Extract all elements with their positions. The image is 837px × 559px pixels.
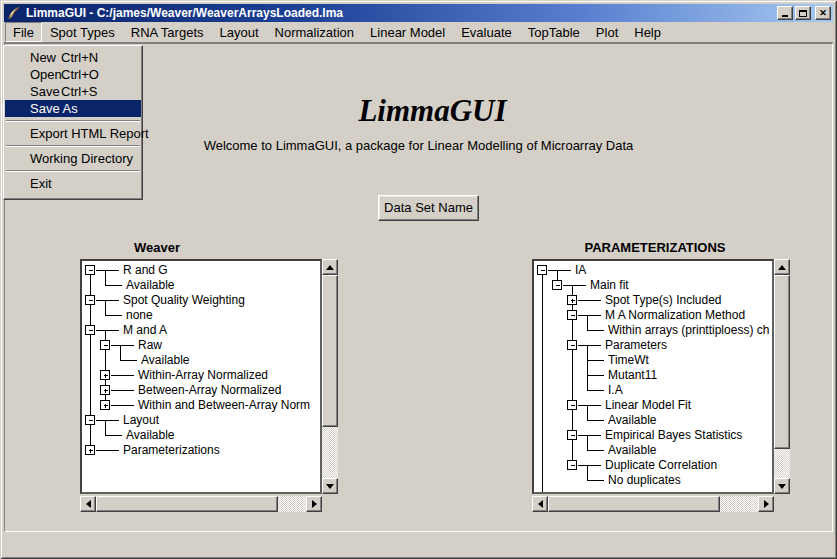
file-menu-item-exit[interactable]: Exit: [5, 175, 141, 192]
window-title: LimmaGUI - C:/james/Weaver/WeaverArraysL…: [26, 4, 775, 22]
menubar-item-help[interactable]: Help: [626, 22, 669, 42]
menu-item-label: New: [30, 50, 56, 65]
file-menu-popup: NewCtrl+NOpenCtrl+OSaveCtrl+SSave AsExpo…: [3, 45, 143, 200]
scroll-up-button[interactable]: [774, 259, 790, 275]
tree-node-label[interactable]: Main fit: [590, 278, 629, 292]
menu-item-label: Open: [30, 67, 62, 82]
left-tree-view: R and GAvailableSpot Quality Weightingno…: [80, 259, 322, 494]
tree-node-label[interactable]: Parameters: [605, 338, 667, 352]
application-window: LimmaGUI - C:/james/Weaver/WeaverArraysL…: [0, 0, 837, 559]
menu-separator: [6, 120, 140, 122]
tk-feather-icon: [6, 6, 22, 21]
menubar-item-rna-targets[interactable]: RNA Targets: [123, 22, 212, 42]
arrow-down-icon: [778, 484, 786, 489]
tree-node-label[interactable]: Spot Type(s) Included: [605, 293, 722, 307]
menubar-item-linear-model[interactable]: Linear Model: [362, 22, 453, 42]
tree-node-label[interactable]: Spot Quality Weighting: [123, 293, 245, 307]
menubar-item-layout[interactable]: Layout: [212, 22, 267, 42]
horizontal-scroll-thumb[interactable]: [96, 496, 278, 512]
menu-item-label: Working Directory: [30, 151, 133, 166]
file-menu-item-save[interactable]: SaveCtrl+S: [5, 83, 141, 100]
scroll-down-button[interactable]: [774, 478, 790, 494]
tree-node-label[interactable]: TimeWt: [608, 353, 650, 367]
file-menu-item-working-directory[interactable]: Working Directory: [5, 150, 141, 167]
right-tree-title: PARAMETERIZATIONS: [532, 240, 778, 255]
menubar-item-plot[interactable]: Plot: [588, 22, 626, 42]
maximize-button[interactable]: [795, 6, 811, 20]
menu-item-label: Save As: [30, 101, 78, 116]
right-tree-horizontal-scrollbar[interactable]: [532, 496, 774, 512]
tree-node-label[interactable]: Mutant11: [608, 368, 657, 382]
arrow-up-icon: [778, 265, 786, 270]
arrow-left-icon: [538, 500, 543, 508]
tree-node-label[interactable]: R and G: [123, 263, 168, 277]
tree-node-label[interactable]: M A Normalization Method: [605, 308, 745, 322]
menubar-item-normalization[interactable]: Normalization: [267, 22, 362, 42]
menu-item-label: Export HTML Report: [30, 126, 149, 141]
arrow-right-icon: [312, 500, 317, 508]
arrow-down-icon: [326, 484, 334, 489]
close-button[interactable]: ✕: [815, 6, 831, 20]
tree-node-label[interactable]: Raw: [138, 338, 162, 352]
tree-node-label[interactable]: I.A: [608, 383, 623, 397]
scroll-left-button[interactable]: [80, 496, 96, 512]
left-tree-vertical-scrollbar[interactable]: [322, 259, 338, 494]
right-tree-vertical-scrollbar[interactable]: [774, 259, 790, 494]
file-menu-item-open[interactable]: OpenCtrl+O: [5, 66, 141, 83]
horizontal-scroll-thumb[interactable]: [548, 496, 720, 512]
scroll-left-button[interactable]: [532, 496, 548, 512]
menubar-item-file[interactable]: File: [5, 22, 42, 42]
minimize-button[interactable]: [777, 6, 793, 20]
left-tree-title: Weaver: [97, 240, 217, 255]
file-menu-item-save-as[interactable]: Save As: [5, 100, 141, 117]
left-tree-panel: R and GAvailableSpot Quality Weightingno…: [80, 259, 338, 510]
tree-node-label[interactable]: Linear Model Fit: [605, 398, 692, 412]
arrow-left-icon: [86, 500, 91, 508]
tree-node-label[interactable]: Layout: [123, 413, 160, 427]
menu-item-accelerator: Ctrl+S: [61, 83, 97, 100]
left-tree-horizontal-scrollbar[interactable]: [80, 496, 322, 512]
menu-separator: [6, 170, 140, 172]
menu-item-accelerator: Ctrl+N: [61, 49, 98, 66]
tree-node-label[interactable]: Available: [608, 413, 657, 427]
tree-node-label[interactable]: Available: [141, 353, 190, 367]
menu-bar: FileSpot TypesRNA TargetsLayoutNormaliza…: [4, 22, 833, 43]
vertical-scroll-thumb[interactable]: [322, 275, 338, 427]
tree-node-label[interactable]: M and A: [123, 323, 167, 337]
file-menu-item-export-html-report[interactable]: Export HTML Report: [5, 125, 141, 142]
arrow-right-icon: [764, 500, 769, 508]
maximize-icon: [799, 10, 807, 17]
tree-node-label[interactable]: Within arrays (printtiploess) ch: [608, 323, 769, 337]
scroll-up-button[interactable]: [322, 259, 338, 275]
tree-node-label[interactable]: Available: [126, 278, 175, 292]
tree-node-label[interactable]: none: [126, 308, 153, 322]
menu-item-label: Save: [30, 84, 60, 99]
title-bar: LimmaGUI - C:/james/Weaver/WeaverArraysL…: [4, 4, 833, 22]
vertical-scroll-thumb[interactable]: [774, 275, 790, 449]
menu-item-accelerator: Ctrl+O: [61, 66, 99, 83]
minimize-icon: [782, 15, 788, 17]
tree-node-label[interactable]: Parameterizations: [123, 443, 220, 457]
arrow-up-icon: [326, 265, 334, 270]
scroll-right-button[interactable]: [306, 496, 322, 512]
data-set-name-button[interactable]: Data Set Name: [378, 195, 479, 221]
menubar-item-evaluate[interactable]: Evaluate: [453, 22, 520, 42]
right-tree-panel: IAMain fitSpot Type(s) IncludedM A Norma…: [532, 259, 790, 510]
tree-node-label[interactable]: Empirical Bayes Statistics: [605, 428, 742, 442]
right-tree-view: IAMain fitSpot Type(s) IncludedM A Norma…: [532, 259, 774, 494]
menu-separator: [6, 145, 140, 147]
menubar-item-spot-types[interactable]: Spot Types: [42, 22, 123, 42]
tree-node-label[interactable]: Available: [126, 428, 175, 442]
file-menu-item-new[interactable]: NewCtrl+N: [5, 49, 141, 66]
close-icon: ✕: [819, 8, 827, 18]
tree-node-label[interactable]: Available: [608, 443, 657, 457]
tree-node-label[interactable]: No duplicates: [608, 473, 681, 487]
tree-node-label[interactable]: Duplicate Correlation: [605, 458, 717, 472]
menubar-item-toptable[interactable]: TopTable: [520, 22, 588, 42]
scroll-down-button[interactable]: [322, 478, 338, 494]
scroll-right-button[interactable]: [758, 496, 774, 512]
tree-node-label[interactable]: Within-Array Normalized: [138, 368, 268, 382]
tree-node-label[interactable]: Between-Array Normalized: [138, 383, 281, 397]
tree-node-label[interactable]: IA: [575, 263, 586, 277]
tree-node-label[interactable]: Within and Between-Array Norm: [138, 398, 310, 412]
